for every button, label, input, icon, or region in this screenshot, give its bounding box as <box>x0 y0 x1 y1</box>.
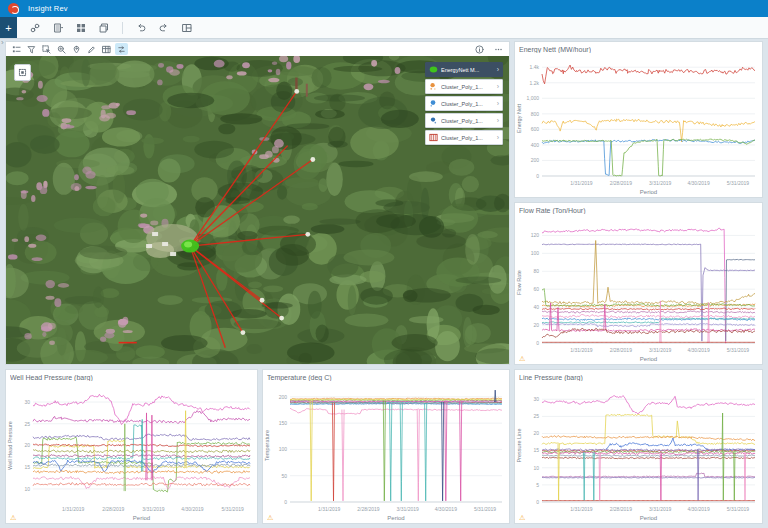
svg-text:200: 200 <box>531 157 540 163</box>
series-lp-v-teal2 <box>593 452 594 500</box>
legend-item-0[interactable]: EnergyNett M...› <box>425 62 503 77</box>
main-toolbar: + <box>0 17 768 39</box>
map-tool-crossfilter-button[interactable] <box>115 43 128 55</box>
chevron-right-icon[interactable]: › <box>497 83 499 90</box>
legend-item-1[interactable]: Cluster_Poly_1...› <box>425 79 503 94</box>
warning-icon[interactable]: ⚠ <box>519 514 525 521</box>
svg-text:40: 40 <box>533 304 539 310</box>
svg-text:10: 10 <box>533 465 539 471</box>
chevron-right-icon[interactable]: › <box>497 117 499 124</box>
svg-text:150: 150 <box>279 420 288 426</box>
toolbar-layout-button[interactable] <box>179 20 195 35</box>
app-logo <box>8 3 19 14</box>
svg-text:5: 5 <box>536 482 539 488</box>
svg-text:1/31/2019: 1/31/2019 <box>62 506 84 512</box>
toolbar-icons <box>27 20 195 35</box>
toolbar-link-button[interactable] <box>27 20 43 35</box>
svg-text:0: 0 <box>536 173 539 179</box>
map-tool-filter-button[interactable] <box>25 43 38 55</box>
map-info-button[interactable] <box>473 43 486 55</box>
svg-text:5/31/2019: 5/31/2019 <box>727 506 749 512</box>
legend-item-3[interactable]: Cluster_Poly_1...› <box>425 113 503 128</box>
expand-panel-chevron[interactable]: › <box>1 39 4 47</box>
well-head-pressure-chart[interactable]: 10152025301/31/20192/28/20193/31/20194/3… <box>6 384 257 523</box>
svg-text:Period: Period <box>387 515 404 521</box>
series-well-purple <box>542 244 755 341</box>
temperature-chart[interactable]: 0501001502001/31/20192/28/20193/31/20194… <box>263 384 509 523</box>
legend-item-2[interactable]: Cluster_Poly_1...› <box>425 96 503 111</box>
toolbar-page-button[interactable] <box>50 20 66 35</box>
toolbar-undo-button[interactable] <box>133 20 149 35</box>
series-well-tan <box>542 241 755 305</box>
svg-text:1/31/2019: 1/31/2019 <box>570 347 592 353</box>
series-t-dip-teal1 <box>390 403 392 501</box>
toolbar-redo-button[interactable] <box>156 20 172 35</box>
series-unit-red <box>542 65 755 84</box>
svg-text:30: 30 <box>24 399 30 405</box>
chart-card-energy-nett: Energy Nett (MW/hour) 02004006008001,000… <box>514 41 763 198</box>
series-well-red <box>542 308 755 310</box>
chart-title: Line Pressure (barg) <box>519 374 583 381</box>
toolbar-duplicate-button[interactable] <box>96 20 112 35</box>
svg-text:1/31/2019: 1/31/2019 <box>570 180 592 186</box>
warning-icon[interactable]: ⚠ <box>10 514 16 521</box>
svg-text:Period: Period <box>133 515 150 521</box>
series-t-dip-yellow <box>310 400 312 501</box>
series-whp-pink2 <box>33 476 250 488</box>
map-tool-zoom-button[interactable] <box>55 43 68 55</box>
map-toolbar <box>10 43 128 55</box>
series-t-yellow <box>290 399 502 400</box>
svg-text:0: 0 <box>284 499 287 505</box>
svg-text:2/28/2019: 2/28/2019 <box>610 347 632 353</box>
map-tool-table-button[interactable] <box>100 43 113 55</box>
chevron-right-icon[interactable]: › <box>497 134 499 141</box>
svg-text:200: 200 <box>279 394 288 400</box>
svg-text:5/31/2019: 5/31/2019 <box>474 506 496 512</box>
map-tool-select-button[interactable] <box>40 43 53 55</box>
svg-text:4/30/2019: 4/30/2019 <box>687 506 709 512</box>
svg-text:120: 120 <box>531 232 540 238</box>
energy-nett-chart[interactable]: 02004006008001,0001.2k1.4k1/31/20192/28/… <box>515 56 762 197</box>
svg-text:5/31/2019: 5/31/2019 <box>222 506 244 512</box>
svg-text:100: 100 <box>531 250 540 256</box>
map-scale-bar <box>119 342 137 344</box>
flow-rate-chart[interactable]: 0204060801001201/31/20192/28/20193/31/20… <box>515 217 762 364</box>
line-pressure-chart[interactable]: 0510152025301/31/20192/28/20193/31/20194… <box>515 384 762 523</box>
series-t-dip-navy <box>442 402 444 501</box>
chart-card-line-pressure: Line Pressure (barg) 0510152025301/31/20… <box>514 369 763 524</box>
svg-text:Flow Rate: Flow Rate <box>516 270 522 295</box>
series-spike-pink-2 <box>708 303 709 343</box>
toolbar-apps-button[interactable] <box>73 20 89 35</box>
chevron-right-icon[interactable]: › <box>497 66 499 73</box>
svg-text:2/28/2019: 2/28/2019 <box>102 506 124 512</box>
legend-item-4[interactable]: Cluster_Poly_1...› <box>425 130 503 145</box>
svg-text:1,000: 1,000 <box>526 95 539 101</box>
svg-text:2/28/2019: 2/28/2019 <box>610 180 632 186</box>
svg-text:30: 30 <box>533 396 539 402</box>
map-tool-legend-button[interactable] <box>10 43 23 55</box>
chart-title: Temperature (deg C) <box>267 374 332 381</box>
series-lp-v-yellow <box>558 444 559 501</box>
svg-text:3/31/2019: 3/31/2019 <box>397 506 419 512</box>
map-tool-pencil-button[interactable] <box>85 43 98 55</box>
chevron-right-icon[interactable]: › <box>497 100 499 107</box>
map-tool-pin-button[interactable] <box>70 43 83 55</box>
app-header: Insight Rev <box>0 0 768 17</box>
default-extent-button[interactable] <box>14 64 31 81</box>
series-lp-v-green2 <box>734 452 735 501</box>
series-t-dip-teal2 <box>400 403 402 501</box>
series-whp-magenta2 <box>33 411 250 424</box>
map-ellipsis-button[interactable] <box>492 43 505 55</box>
svg-text:10: 10 <box>24 486 30 492</box>
map-view[interactable]: EnergyNett M...›Cluster_Poly_1...›Cluste… <box>6 56 509 364</box>
series-lp-v-green1 <box>722 413 724 500</box>
legend-label: Cluster_Poly_1... <box>441 84 494 90</box>
svg-text:25: 25 <box>533 413 539 419</box>
svg-text:4/30/2019: 4/30/2019 <box>687 347 709 353</box>
warning-icon[interactable]: ⚠ <box>519 355 525 362</box>
svg-text:2/28/2019: 2/28/2019 <box>610 506 632 512</box>
warning-icon[interactable]: ⚠ <box>267 514 273 521</box>
series-lp-pink <box>542 396 755 414</box>
legend-label: EnergyNett M... <box>441 67 494 73</box>
add-button[interactable]: + <box>0 17 17 38</box>
